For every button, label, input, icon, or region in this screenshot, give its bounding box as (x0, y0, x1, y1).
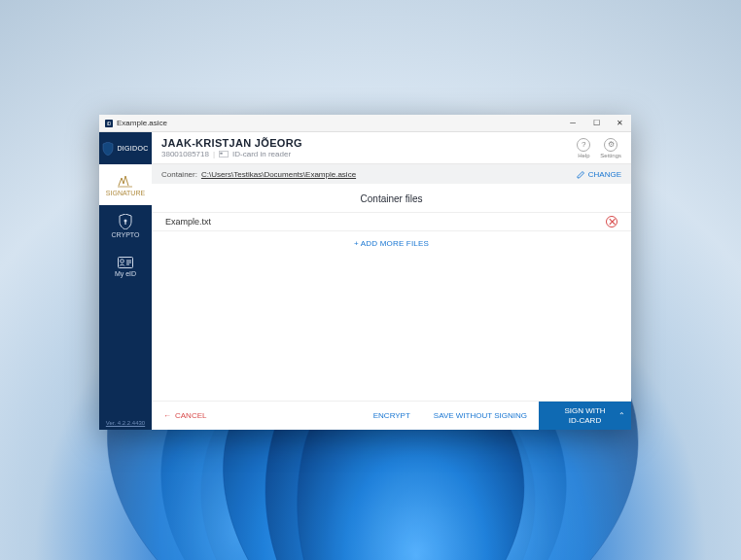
footer: ← CANCEL ENCRYPT SAVE WITHOUT SIGNING SI… (152, 401, 631, 430)
card-status: ID-card in reader (232, 150, 291, 158)
help-icon: ? (577, 138, 590, 152)
container-path[interactable]: C:\Users\Testikas\Documents\Example.asic… (201, 170, 356, 179)
sidebar-item-label: My eID (115, 270, 136, 277)
sidebar-item-label: CRYPTO (112, 231, 140, 238)
user-name: JAAK-KRISTJAN JÕEORG (161, 137, 577, 149)
file-row[interactable]: Example.txt ✕ (152, 212, 631, 231)
help-button[interactable]: ? Help (577, 138, 590, 158)
pen-icon (117, 174, 134, 188)
maximize-button[interactable]: ☐ (584, 115, 608, 132)
gear-icon: ⚙ (604, 138, 618, 152)
cancel-label: CANCEL (175, 411, 206, 420)
file-name: Example.txt (165, 217, 211, 227)
cancel-button[interactable]: ← CANCEL (152, 402, 218, 430)
body: Container files Example.txt ✕ + ADD MORE… (152, 184, 631, 401)
card-icon (219, 151, 229, 158)
svg-text:iD: iD (107, 121, 112, 125)
window-title: Example.asice (117, 119, 167, 127)
sidebar: DIGIDOC SIGNATURE CRYPTO My eID Ver. 4.2… (99, 132, 152, 430)
svg-rect-3 (124, 222, 125, 225)
brand: DIGIDOC (99, 132, 152, 164)
sidebar-item-label: SIGNATURE (106, 190, 145, 196)
help-label: Help (578, 153, 589, 158)
section-title: Container files (152, 184, 631, 212)
user-code: 38001085718 (161, 150, 209, 158)
settings-button[interactable]: ⚙ Settings (600, 138, 621, 158)
chevron-up-icon: ⌃ (618, 411, 625, 421)
sidebar-item-signature[interactable]: SIGNATURE (99, 164, 152, 205)
titlebar[interactable]: iD Example.asice ─ ☐ ✕ (99, 115, 631, 132)
encrypt-button[interactable]: ENCRYPT (362, 402, 422, 430)
change-button[interactable]: CHANGE (577, 170, 621, 179)
minimize-button[interactable]: ─ (561, 115, 584, 132)
id-card-icon (118, 257, 133, 268)
app-icon: iD (105, 120, 113, 127)
app-window: iD Example.asice ─ ☐ ✕ DIGIDOC SIGNATURE… (99, 115, 631, 430)
header: JAAK-KRISTJAN JÕEORG 38001085718 | ID-ca… (152, 132, 631, 164)
svg-point-5 (121, 259, 124, 262)
separator: | (213, 150, 215, 158)
content: JAAK-KRISTJAN JÕEORG 38001085718 | ID-ca… (152, 132, 631, 430)
container-path-bar: Container: C:\Users\Testikas\Documents\E… (152, 164, 631, 184)
sign-label: SIGN WITH ID-CARD (564, 406, 605, 425)
close-button[interactable]: ✕ (608, 115, 631, 132)
container-label: Container: (161, 170, 197, 179)
svg-rect-10 (220, 153, 222, 155)
save-without-signing-button[interactable]: SAVE WITHOUT SIGNING (422, 402, 539, 430)
pencil-icon (577, 170, 585, 179)
change-label: CHANGE (588, 170, 621, 179)
add-more-files-button[interactable]: + ADD MORE FILES (152, 231, 631, 256)
settings-label: Settings (600, 153, 621, 158)
sidebar-item-myeid[interactable]: My eID (99, 246, 152, 287)
sign-with-id-card-button[interactable]: SIGN WITH ID-CARD ⌃ (539, 402, 631, 430)
version-link[interactable]: Ver. 4.2.2.4430 (99, 416, 152, 430)
brand-text: DIGIDOC (117, 145, 148, 152)
sidebar-item-crypto[interactable]: CRYPTO (99, 205, 152, 246)
shield-lock-icon (119, 214, 132, 229)
arrow-left-icon: ← (163, 411, 171, 420)
remove-file-button[interactable]: ✕ (606, 216, 618, 228)
